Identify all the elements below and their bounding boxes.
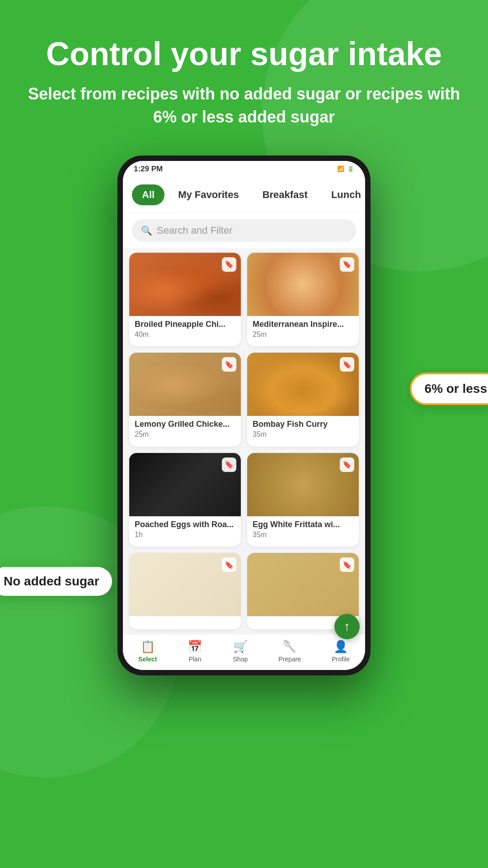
nav-profile-icon: 👤 [333,640,348,654]
phone-device: 1:29 PM 📶 🔋 All My Favorites Breakfast [117,156,371,675]
nav-plan-icon: 📅 [188,640,202,654]
recipe-grid: 🔖 Broiled Pineapple Chi... 40m 🔖 Mediter… [123,248,365,634]
recipe-card-2[interactable]: 🔖 Mediterranean Inspire... 25m [247,253,359,347]
recipe-name-3: Lemony Grilled Chicke... [135,420,235,429]
tab-my-favorites[interactable]: My Favorites [168,184,249,205]
recipe-info-6: Egg White Frittata wi... 35m [247,516,359,543]
hero-title: Control your sugar intake [27,36,461,72]
bookmark-icon-6[interactable]: 🔖 [340,458,354,472]
bookmark-icon-3[interactable]: 🔖 [222,357,236,372]
nav-select-icon: 📋 [141,640,155,654]
status-bar: 1:29 PM 📶 🔋 [123,161,365,177]
recipe-name-2: Mediterranean Inspire... [253,320,353,329]
recipe-card-3[interactable]: 🔖 Lemony Grilled Chicke... 25m [129,353,241,447]
recipe-card-4[interactable]: 🔖 Bombay Fish Curry 35m [247,353,359,447]
recipe-name-1: Broiled Pineapple Chi... [135,320,235,329]
tab-lunch[interactable]: Lunch [321,184,365,205]
nav-plan-label: Plan [188,656,201,663]
recipe-time-4: 35m [253,430,353,439]
search-bar: 🔍 Search and Filter [123,213,365,248]
bookmark-icon-2[interactable]: 🔖 [340,257,354,272]
bookmark-icon-8[interactable]: 🔖 [340,557,354,572]
phone-screen: 1:29 PM 📶 🔋 All My Favorites Breakfast [123,161,365,670]
nav-select[interactable]: 📋 Select [138,640,157,663]
recipe-time-1: 40m [135,330,235,339]
recipe-image-1: 🔖 [129,253,241,316]
recipe-image-6: 🔖 [247,453,359,516]
hero-section: Control your sugar intake Select from re… [0,0,488,146]
hero-subtitle: Select from recipes with no added sugar … [27,83,461,128]
callout-badge-left: No added sugar [0,567,112,596]
nav-profile-label: Profile [332,656,350,663]
recipe-image-5: 🔖 [129,453,241,516]
bookmark-icon-7[interactable]: 🔖 [222,557,236,572]
recipe-info-1: Broiled Pineapple Chi... 40m [129,316,241,343]
recipe-card-7[interactable]: 🔖 [129,553,241,629]
recipe-card-6[interactable]: 🔖 Egg White Frittata wi... 35m [247,453,359,547]
recipe-time-5: 1h [135,531,235,539]
recipe-image-4: 🔖 [247,353,359,416]
callout-badge-right: 6% or less [410,373,488,405]
nav-select-label: Select [138,656,157,663]
recipe-info-4: Bombay Fish Curry 35m [247,416,359,443]
recipe-name-6: Egg White Frittata wi... [253,520,353,529]
status-time: 1:29 PM [134,165,163,174]
recipe-info-5: Poached Eggs with Roa... 1h [129,516,241,543]
bookmark-icon-5[interactable]: 🔖 [222,458,236,472]
recipe-name-4: Bombay Fish Curry [253,420,353,429]
recipe-info-2: Mediterranean Inspire... 25m [247,316,359,343]
search-input-wrap[interactable]: 🔍 Search and Filter [132,219,356,242]
recipe-image-7: 🔖 [129,553,241,616]
nav-shop-label: Shop [233,656,248,663]
nav-prepare-label: Prepare [278,656,301,663]
phone-wrapper: 6% or less No added sugar 1:29 PM 📶 🔋 Al… [0,156,488,675]
recipe-name-5: Poached Eggs with Roa... [135,520,235,529]
recipe-time-6: 35m [253,531,353,539]
recipe-image-8: 🔖 [247,553,359,616]
recipe-card-5[interactable]: 🔖 Poached Eggs with Roa... 1h [129,453,241,547]
nav-shop-icon: 🛒 [233,640,248,654]
tab-breakfast[interactable]: Breakfast [253,184,318,205]
nav-prepare[interactable]: 🥄 Prepare [278,640,301,663]
recipe-image-3: 🔖 [129,353,241,416]
nav-prepare-icon: 🥄 [282,640,297,654]
recipe-info-3: Lemony Grilled Chicke... 25m [129,416,241,443]
status-icons: 📶 🔋 [337,165,354,172]
recipe-image-2: 🔖 [247,253,359,316]
tab-all[interactable]: All [132,184,164,205]
bookmark-icon-4[interactable]: 🔖 [340,357,354,372]
recipe-time-2: 25m [253,330,353,339]
bottom-nav: 📋 Select 📅 Plan 🛒 Shop 🥄 Prepare 👤 [123,634,365,670]
nav-shop[interactable]: 🛒 Shop [233,640,248,663]
recipe-info-7 [129,616,241,626]
nav-profile[interactable]: 👤 Profile [332,640,350,663]
tabs-bar: All My Favorites Breakfast Lunch [123,177,365,213]
search-input[interactable]: Search and Filter [157,225,233,236]
search-icon: 🔍 [141,225,152,236]
bookmark-icon-1[interactable]: 🔖 [222,257,236,272]
recipe-card-1[interactable]: 🔖 Broiled Pineapple Chi... 40m [129,253,241,347]
nav-plan[interactable]: 📅 Plan [188,640,202,663]
recipe-time-3: 25m [135,430,235,439]
fab-scroll-top[interactable]: ↑ [334,614,360,639]
